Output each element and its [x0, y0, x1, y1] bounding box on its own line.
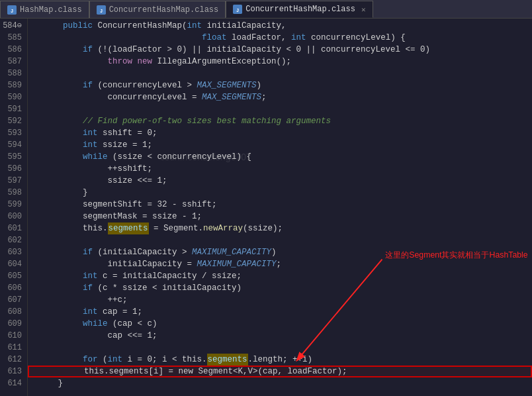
- token: [34, 366, 84, 377]
- tab-hashmap[interactable]: J HashMap.class: [0, 1, 89, 18]
- token: [33, 282, 83, 294]
- code-line-614: }: [28, 377, 532, 389]
- token: MAXIMUM_CAPACITY: [192, 246, 271, 258]
- code-line-584: public ConcurrentHashMap(int initialCapa…: [28, 20, 532, 32]
- token: IllegalArgumentException();: [152, 56, 291, 68]
- line-number-602: 602: [3, 234, 22, 246]
- token: int: [83, 270, 98, 282]
- line-number-610: 610: [3, 330, 22, 342]
- token: [33, 115, 83, 127]
- code-line-598: }: [28, 187, 532, 199]
- code-line-591: [28, 103, 532, 115]
- line-number-591: 591: [3, 103, 22, 115]
- java-icon: J: [7, 5, 17, 15]
- code-line-587: throw new IllegalArgumentException();: [28, 56, 532, 68]
- token: (ssize);: [243, 223, 283, 234]
- code-line-613: this.segments[i] = new Segment<K,V>(cap,…: [28, 366, 532, 377]
- line-number-614: 614: [3, 377, 22, 389]
- line-number-596: 596: [3, 163, 22, 175]
- code-line-597: ssize <<= 1;: [28, 175, 532, 187]
- code-line-600: segmentMask = ssize - 1;: [28, 211, 532, 223]
- token: for: [83, 354, 98, 366]
- token: int: [187, 20, 202, 32]
- token: [33, 354, 83, 366]
- code-line-602: [28, 234, 532, 246]
- tab-close-icon[interactable]: ✕: [361, 5, 366, 14]
- code-line-594: int ssize = 1;: [28, 139, 532, 151]
- token: if: [83, 44, 93, 56]
- line-number-601: 601: [3, 223, 22, 234]
- tab-hashmap-label: HashMap.class: [20, 5, 82, 15]
- java-icon3: J: [233, 5, 242, 14]
- code-line-586: if (!(loadFactor > 0) || initialCapacity…: [28, 44, 532, 56]
- tab-bar: J HashMap.class J ConcurrentHashMap.clas…: [0, 0, 532, 19]
- token: ++c;: [33, 294, 128, 306]
- line-number-594: 594: [3, 139, 22, 151]
- code-line-589: if (concurrencyLevel > MAX_SEGMENTS): [28, 79, 532, 91]
- tab-concurrent1[interactable]: J ConcurrentHashMap.class: [89, 1, 226, 18]
- token: throw: [108, 56, 133, 68]
- line-number-599: 599: [3, 199, 22, 211]
- token: segments: [207, 354, 248, 366]
- token: (c * ssize < initialCapacity): [93, 282, 242, 294]
- code-line-611: [28, 342, 532, 354]
- line-number-585: 585: [3, 32, 22, 44]
- svg-text:J: J: [100, 8, 103, 13]
- token: concurrencyLevel =: [33, 91, 202, 103]
- token: (concurrencyLevel >: [93, 79, 197, 91]
- token: newArray: [203, 223, 243, 234]
- line-number-607: 607: [3, 294, 22, 306]
- token: c = initialCapacity / ssize;: [98, 270, 242, 282]
- token: }: [33, 187, 88, 199]
- line-number-600: 600: [3, 211, 22, 223]
- tab-concurrent2[interactable]: J ConcurrentHashMap.class ✕: [226, 1, 373, 18]
- token: while: [83, 151, 108, 163]
- line-number-593: 593: [3, 127, 22, 139]
- token: [33, 44, 83, 56]
- line-number-605: 605: [3, 270, 22, 282]
- token: [33, 223, 83, 234]
- tab-concurrent2-label: ConcurrentHashMap.class: [245, 5, 355, 14]
- token: .length; ++i): [248, 354, 313, 366]
- java-icon2: J: [97, 5, 106, 15]
- token: [33, 139, 83, 151]
- token: float: [202, 32, 227, 44]
- token: initialCapacity,: [202, 20, 287, 32]
- token: segmentMask = ssize - 1;: [33, 211, 202, 223]
- code-line-599: segmentShift = 32 - sshift;: [28, 199, 532, 211]
- token: while: [83, 318, 108, 330]
- token: ;: [261, 91, 267, 103]
- token: segmentShift = 32 - sshift;: [33, 199, 217, 211]
- token: [33, 270, 83, 282]
- line-number-587: 587: [3, 56, 22, 68]
- code-line-592: // Find power-of-two sizes best matching…: [28, 115, 532, 127]
- token: (!(loadFactor > 0) || initialCapacity < …: [93, 44, 430, 56]
- svg-text:J: J: [11, 8, 13, 13]
- token: [33, 151, 83, 163]
- token: public: [63, 20, 93, 32]
- line-number-592: 592: [3, 115, 22, 127]
- line-number-595: 595: [3, 151, 22, 163]
- token: cap <<= 1;: [33, 330, 157, 342]
- token: this.: [83, 223, 108, 234]
- line-number-606: 606: [3, 282, 22, 294]
- token: [33, 246, 83, 258]
- line-number-597: 597: [3, 175, 22, 187]
- line-number-589: 589: [3, 79, 22, 91]
- token: loadFactor,: [227, 32, 292, 44]
- code-line-609: while (cap < c): [28, 318, 532, 330]
- token: if: [83, 282, 93, 294]
- token: segments: [108, 223, 149, 234]
- token: new: [138, 56, 153, 68]
- token: if: [83, 246, 93, 258]
- token: ConcurrentHashMap(: [93, 20, 187, 32]
- token: [33, 127, 83, 139]
- token: (ssize < concurrencyLevel) {: [108, 151, 252, 163]
- token: [33, 318, 83, 330]
- token: int: [83, 139, 98, 151]
- token: (: [98, 354, 108, 366]
- token: cap = 1;: [98, 306, 143, 318]
- line-number-590: 590: [3, 91, 22, 103]
- token: sshift = 0;: [98, 127, 157, 139]
- line-number-584: 584⊖: [3, 20, 22, 32]
